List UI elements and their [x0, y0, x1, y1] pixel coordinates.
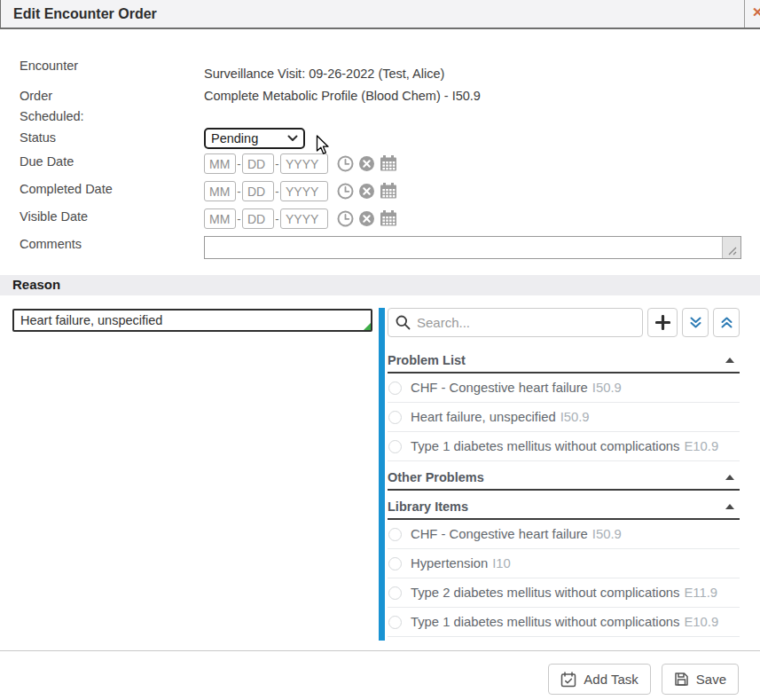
status-selected-value: Pending: [211, 131, 258, 146]
item-text: CHF - Congestive heart failure: [411, 381, 588, 395]
status-select[interactable]: Pending: [204, 128, 305, 149]
search-box: [388, 308, 643, 337]
reason-section-bar: Reason: [0, 275, 760, 295]
search-icon: [396, 315, 411, 334]
section-title: Problem List: [388, 353, 466, 367]
encounter-value: Surveillance Visit: 09-26-2022 (Test, Al…: [204, 67, 444, 81]
section-title: Library Items: [388, 499, 468, 514]
collapse-all-button[interactable]: [682, 308, 709, 337]
save-button[interactable]: Save: [662, 664, 739, 695]
visible-date-calendar-icon[interactable]: [380, 210, 397, 227]
close-icon[interactable]: ✕: [752, 4, 760, 20]
footer: Add Task Save: [548, 664, 739, 695]
completed-date-label: Completed Date: [20, 182, 113, 196]
visible-date-label: Visible Date: [20, 209, 88, 224]
visible-date-year-input[interactable]: [280, 208, 328, 229]
date-separator: -: [236, 212, 242, 225]
double-chevron-up-icon: [720, 316, 733, 329]
reason-input-wrap: [12, 309, 372, 332]
radio-icon[interactable]: [388, 381, 402, 395]
date-separator: -: [236, 185, 242, 198]
visible-date-clear-icon[interactable]: [358, 210, 375, 227]
section-header-library-items[interactable]: Library Items: [388, 491, 740, 520]
radio-icon[interactable]: [388, 616, 402, 629]
completed-date-year-input[interactable]: [280, 181, 328, 201]
completed-date-day-input[interactable]: [242, 181, 274, 201]
item-text: Hypertension: [411, 556, 488, 570]
radio-icon[interactable]: [388, 528, 402, 541]
status-label: Status: [20, 130, 56, 145]
radio-icon[interactable]: [388, 557, 402, 570]
order-label: Order: [20, 89, 52, 103]
edit-encounter-order-dialog: Edit Encounter Order ✕ Encounter Surveil…: [0, 0, 760, 700]
search-input[interactable]: [388, 308, 643, 337]
section-header-problem-list[interactable]: Problem List: [388, 344, 740, 374]
date-separator: -: [274, 185, 280, 198]
item-code: E11.9: [685, 586, 718, 600]
comments-field: [204, 236, 741, 259]
search-row: [388, 308, 740, 337]
dialog-titlebar: Edit Encounter Order ✕: [0, 0, 760, 29]
triangle-up-icon: [725, 358, 734, 363]
completed-date-clear-icon[interactable]: [358, 183, 375, 200]
list-item[interactable]: Hypertension I10: [388, 549, 740, 578]
autocomplete-corner-icon: [364, 323, 371, 330]
completed-date-month-input[interactable]: [204, 181, 236, 201]
reason-input[interactable]: [12, 309, 372, 332]
date-separator: -: [274, 157, 280, 170]
item-text: CHF - Congestive heart failure: [411, 527, 588, 541]
reason-section-title: Reason: [12, 277, 60, 292]
floppy-disk-icon: [674, 672, 689, 687]
completed-date-clock-icon[interactable]: [337, 183, 354, 200]
encounter-label: Encounter: [20, 59, 78, 73]
list-item[interactable]: Type 1 diabetes mellitus without complic…: [388, 608, 740, 637]
item-code: I10: [492, 556, 511, 570]
radio-icon[interactable]: [388, 411, 402, 424]
item-code: I50.9: [560, 410, 590, 424]
date-separator: -: [274, 212, 280, 225]
due-date-clock-icon[interactable]: [337, 155, 354, 172]
comments-input[interactable]: [205, 237, 740, 258]
add-task-button[interactable]: Add Task: [548, 664, 650, 695]
item-code: E10.9: [685, 615, 719, 629]
due-date-calendar-icon[interactable]: [380, 155, 397, 172]
section-title: Other Problems: [388, 470, 484, 484]
list-item[interactable]: CHF - Congestive heart failure I50.9: [388, 374, 740, 403]
order-value: Complete Metabolic Profile (Blood Chem) …: [204, 89, 481, 103]
due-date-clear-icon[interactable]: [358, 155, 375, 172]
chevron-down-icon: [287, 135, 298, 142]
item-code: I50.9: [592, 381, 622, 395]
add-reason-button[interactable]: [647, 308, 678, 337]
triangle-up-icon: [725, 504, 734, 509]
due-date-month-input[interactable]: [204, 153, 236, 174]
item-code: I50.9: [592, 527, 622, 541]
resize-handle-icon[interactable]: [722, 237, 740, 258]
radio-icon[interactable]: [388, 440, 402, 453]
triangle-up-icon: [725, 475, 734, 480]
list-item[interactable]: Heart failure, unspecified I50.9: [388, 403, 740, 432]
add-task-label: Add Task: [584, 672, 638, 687]
list-item[interactable]: Type 2 diabetes mellitus without complic…: [388, 578, 740, 608]
item-text: Type 1 diabetes mellitus without complic…: [411, 615, 680, 629]
visible-date-month-input[interactable]: [204, 208, 236, 229]
double-chevron-down-icon: [689, 316, 702, 329]
date-separator: -: [236, 157, 242, 170]
titlebar-divider: [744, 0, 745, 28]
expand-all-button[interactable]: [713, 308, 740, 337]
due-date-year-input[interactable]: [280, 153, 328, 174]
save-label: Save: [696, 672, 726, 687]
radio-icon[interactable]: [388, 586, 402, 600]
blue-divider-bar: [379, 308, 385, 641]
calendar-check-icon: [560, 672, 576, 688]
scheduled-label: Scheduled:: [20, 109, 84, 123]
item-text: Type 2 diabetes mellitus without complic…: [411, 586, 680, 600]
section-header-other-problems[interactable]: Other Problems: [388, 461, 740, 491]
due-date-day-input[interactable]: [242, 153, 274, 174]
completed-date-calendar-icon[interactable]: [380, 183, 397, 200]
plus-icon: [655, 315, 670, 330]
list-item[interactable]: Type 1 diabetes mellitus without complic…: [388, 432, 740, 461]
visible-date-day-input[interactable]: [242, 208, 274, 229]
visible-date-clock-icon[interactable]: [337, 210, 354, 227]
list-item[interactable]: CHF - Congestive heart failure I50.9: [388, 520, 740, 549]
comments-label: Comments: [20, 237, 82, 251]
